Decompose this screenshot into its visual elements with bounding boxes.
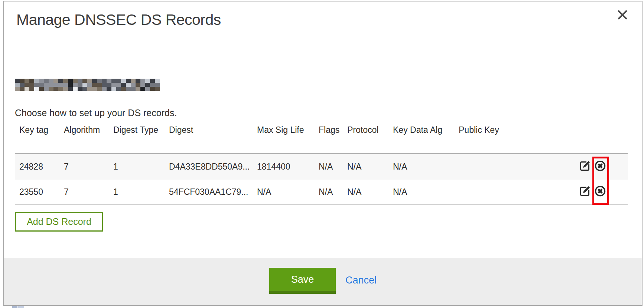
- cell-protocol: N/A: [343, 187, 388, 197]
- cell-flags: N/A: [314, 162, 343, 172]
- cancel-link[interactable]: Cancel: [345, 275, 377, 286]
- edit-record-button[interactable]: [579, 161, 591, 173]
- delete-record-button[interactable]: [594, 161, 606, 173]
- column-header-key-data-alg: Key Data Alg: [388, 125, 454, 135]
- table-row: 23550 7 1 54FCF030AA1C79... N/A N/A N/A …: [15, 180, 628, 205]
- column-header-algorithm: Algorithm: [59, 125, 109, 135]
- pencil-square-icon: [579, 161, 591, 173]
- cell-algorithm: 7: [59, 187, 109, 197]
- row-actions: [547, 186, 628, 198]
- pencil-square-icon: [579, 186, 591, 198]
- add-ds-record-button[interactable]: Add DS Record: [15, 212, 103, 232]
- instruction-text: Choose how to set up your DS records.: [15, 108, 177, 118]
- column-header-digest-type: Digest Type: [109, 125, 165, 135]
- edit-record-button[interactable]: [579, 186, 591, 198]
- domain-name-redacted: [15, 79, 160, 91]
- background-page-fragment: [12, 306, 17, 308]
- cell-digest-type: 1: [109, 162, 165, 172]
- cell-digest: D4A33E8DD550A9...: [165, 162, 253, 172]
- cell-key-tag: 23550: [15, 187, 59, 197]
- column-header-key-tag: Key tag: [15, 125, 59, 135]
- cell-key-data-alg: N/A: [388, 187, 454, 197]
- cell-digest: 54FCF030AA1C79...: [165, 187, 253, 197]
- cell-key-tag: 24828: [15, 162, 59, 172]
- delete-record-button[interactable]: [594, 186, 606, 198]
- column-header-digest: Digest: [165, 125, 253, 135]
- column-header-protocol: Protocol: [343, 125, 388, 135]
- column-header-max-sig-life: Max Sig Life: [253, 125, 314, 135]
- column-header-flags: Flags: [314, 125, 343, 135]
- ds-records-table: Key tag Algorithm Digest Type Digest Max…: [15, 123, 628, 205]
- x-circle-icon: [594, 161, 606, 173]
- page-title: Manage DNSSEC DS Records: [16, 11, 221, 29]
- cell-flags: N/A: [314, 187, 343, 197]
- x-circle-icon: [594, 186, 606, 198]
- background-page-fragment: [18, 306, 24, 308]
- cell-protocol: N/A: [343, 162, 388, 172]
- close-icon: [616, 9, 629, 23]
- close-button[interactable]: [616, 9, 629, 22]
- cell-max-sig-life: N/A: [253, 187, 314, 197]
- row-actions: [547, 161, 628, 173]
- cell-key-data-alg: N/A: [388, 162, 454, 172]
- column-header-public-key: Public Key: [454, 125, 547, 135]
- cell-digest-type: 1: [109, 187, 165, 197]
- table-header-row: Key tag Algorithm Digest Type Digest Max…: [15, 123, 628, 154]
- cell-max-sig-life: 1814400: [253, 162, 314, 172]
- table-row: 24828 7 1 D4A33E8DD550A9... 1814400 N/A …: [15, 154, 628, 180]
- save-button[interactable]: Save: [269, 268, 336, 294]
- cell-algorithm: 7: [59, 162, 109, 172]
